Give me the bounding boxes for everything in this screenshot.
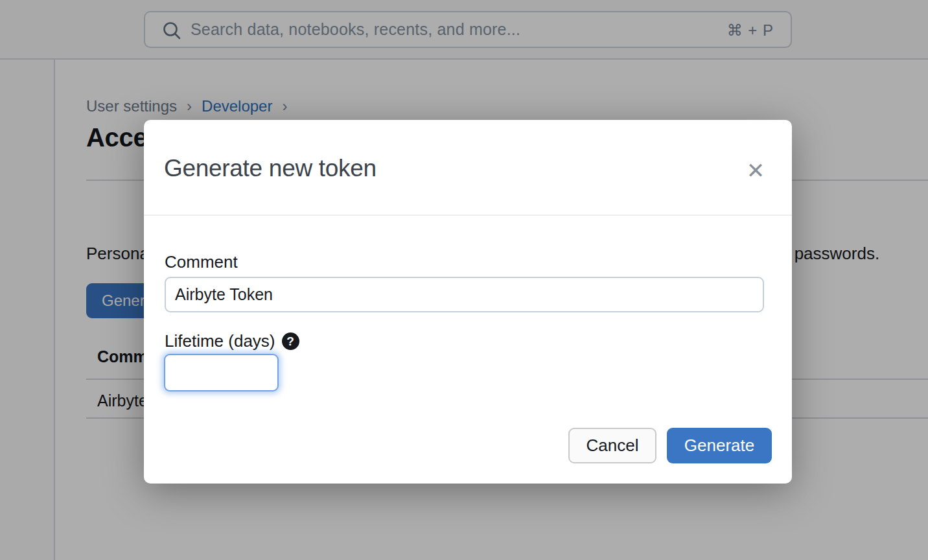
help-icon[interactable]: ? [282, 332, 299, 350]
generate-new-token-modal: Generate new token ✕ Comment Lifetime (d… [144, 120, 792, 484]
lifetime-label: Lifetime (days) ? [165, 331, 299, 351]
lifetime-label-text: Lifetime (days) [165, 331, 275, 351]
comment-label: Comment [165, 252, 238, 272]
close-icon[interactable]: ✕ [744, 159, 767, 182]
generate-button[interactable]: Generate [667, 428, 772, 463]
cancel-button[interactable]: Cancel [568, 428, 656, 463]
modal-title: Generate new token [164, 155, 377, 182]
lifetime-input[interactable] [164, 354, 279, 391]
screen: ⌘ + P User settings › Developer › Access… [0, 0, 928, 560]
comment-input[interactable] [165, 277, 764, 312]
modal-header-divider [144, 215, 792, 216]
